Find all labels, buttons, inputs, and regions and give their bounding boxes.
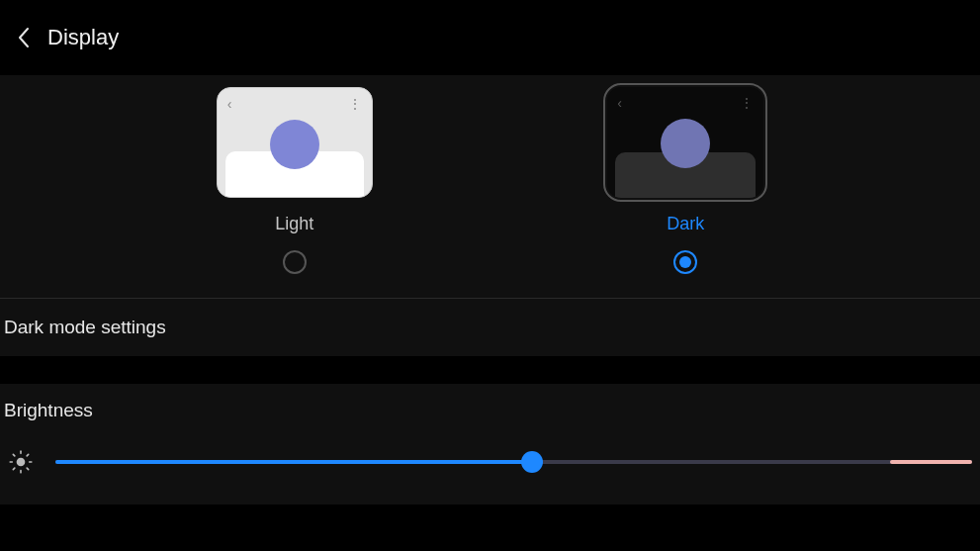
header: Display (0, 0, 980, 75)
theme-option-dark[interactable]: ‹ ⋮ Dark (607, 87, 763, 274)
brightness-row (4, 449, 976, 475)
svg-line-5 (13, 454, 15, 456)
page-title: Display (47, 25, 119, 50)
dark-mode-settings-item[interactable]: Dark mode settings (0, 299, 980, 356)
radio-inner (679, 256, 691, 268)
svg-line-8 (27, 454, 29, 456)
chevron-left-icon: ‹ (227, 96, 232, 112)
sun-icon (8, 449, 34, 475)
theme-preview-light: ‹ ⋮ (217, 87, 373, 198)
brightness-label: Brightness (4, 400, 976, 421)
slider-fill (55, 460, 532, 464)
theme-section: ‹ ⋮ Light ‹ ⋮ Dark (0, 75, 980, 298)
more-icon: ⋮ (740, 95, 754, 111)
theme-preview-dark: ‹ ⋮ (607, 87, 763, 198)
preview-circle (270, 120, 319, 169)
slider-track-warn (890, 460, 972, 464)
svg-line-7 (13, 468, 15, 470)
theme-label-light: Light (275, 214, 313, 234)
chevron-left-icon (17, 27, 31, 48)
more-icon: ⋮ (348, 96, 362, 112)
radio-dark[interactable] (673, 250, 697, 274)
svg-line-6 (27, 468, 29, 470)
back-button[interactable] (8, 22, 40, 53)
theme-option-light[interactable]: ‹ ⋮ Light (217, 87, 373, 274)
chevron-left-icon: ‹ (617, 95, 622, 111)
slider-thumb[interactable] (521, 451, 543, 473)
brightness-slider[interactable] (55, 452, 972, 472)
svg-point-0 (17, 458, 26, 467)
brightness-section: Brightness (0, 384, 980, 505)
section-gap (0, 356, 980, 384)
radio-light[interactable] (283, 250, 307, 274)
theme-label-dark: Dark (667, 214, 704, 234)
preview-circle (661, 119, 710, 168)
content: ‹ ⋮ Light ‹ ⋮ Dark (0, 75, 980, 356)
